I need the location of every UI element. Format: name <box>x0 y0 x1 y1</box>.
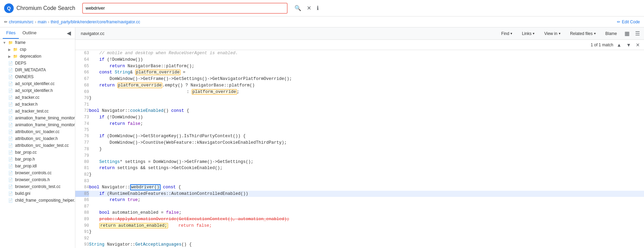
sidebar-item-ad-tracker-h[interactable]: 📄 ad_tracker.h <box>0 101 75 108</box>
sidebar-item-child-frame-cc[interactable]: 📄 child_frame_compositing_helper.cc <box>0 197 75 204</box>
line-number: 64 <box>75 57 89 63</box>
sidebar-item-browser-controls-test-cc[interactable]: 📄 browser_controls_test.cc <box>0 183 75 190</box>
breadcrumb-chromium[interactable]: chromium/src <box>9 20 34 24</box>
line-number: 73 <box>75 114 89 121</box>
sidebar-item-browser-controls-h[interactable]: 📄 browser_controls.h <box>0 176 75 183</box>
sidebar-item-bar-prop-h[interactable]: 📄 bar_prop.h <box>0 156 75 163</box>
breadcrumb: ✏ chromium/src › main › third_party/blin… <box>0 16 644 27</box>
line-code: DomWindow()->GetFrame()->GetSettings()->… <box>89 76 644 82</box>
line-number: 82 <box>75 172 89 178</box>
line-number: 65 <box>75 63 89 70</box>
sidebar-item-build-gni[interactable]: 📄 build.gni <box>0 190 75 197</box>
sidebar-item-owners[interactable]: 📄 OWNERS <box>0 73 75 80</box>
line-code: return automation_enabled; return false; <box>89 223 644 229</box>
line-number: 75 <box>75 127 89 133</box>
line-code: DomWindow()->CountUse(WebFeature::kNavig… <box>89 140 644 146</box>
table-row: 74 return false; <box>75 121 644 127</box>
line-code <box>89 178 644 184</box>
view-in-button[interactable]: View in ▾ <box>541 30 564 37</box>
links-button[interactable]: Links ▾ <box>518 30 538 37</box>
line-code <box>89 203 644 210</box>
sidebar-item-frame[interactable]: ▼ 📁 frame <box>0 39 75 46</box>
sidebar-toggle[interactable]: ◀ <box>65 28 72 38</box>
content-header: navigator.cc Find ▾ Links ▾ View in ▾ Re… <box>75 27 644 40</box>
diff-view-button[interactable]: ▦ <box>623 29 631 38</box>
match-count: 1 of 1 match <box>591 43 613 47</box>
table-row: 75 <box>75 127 644 133</box>
table-row: 67 DomWindow()->GetFrame()->GetSettings(… <box>75 76 644 82</box>
sidebar-item-browser-controls-cc[interactable]: 📄 browser_controls.cc <box>0 169 75 176</box>
find-button[interactable]: Find ▾ <box>498 30 516 37</box>
expand-arrow-icon: ▼ <box>3 41 6 45</box>
top-bar: Q Chromium Code Search 🔍 ✕ ℹ <box>0 0 644 16</box>
sidebar-item-ad-tracker-cc[interactable]: 📄 ad_tracker.cc <box>0 94 75 101</box>
app-logo: Q Chromium Code Search <box>4 3 79 13</box>
tab-files[interactable]: Files <box>3 27 19 39</box>
table-row: 64 if (!DomWindow()) <box>75 57 644 63</box>
table-row: 84 bool Navigator::webdriver() const { <box>75 184 644 191</box>
sidebar-item-attr-loader-test-cc[interactable]: 📄 attribution_src_loader_test.cc <box>0 142 75 149</box>
line-number: 83 <box>75 178 89 184</box>
file-icon: 📄 <box>8 157 13 162</box>
sidebar-item-attr-loader-cc[interactable]: 📄 attribution_src_loader.cc <box>0 128 75 135</box>
sidebar-item-csp[interactable]: ▶ 📁 csp <box>0 46 75 53</box>
sidebar-item-dir-metadata[interactable]: 📄 DIR_METADATA <box>0 67 75 73</box>
table-row: 85 if (RuntimeEnabledFeatures::Automatio… <box>75 191 644 197</box>
sidebar-item-deprecation[interactable]: ▶ 📁 deprecation <box>0 53 75 60</box>
chevron-down-icon: ▾ <box>533 32 534 35</box>
clear-search-button[interactable]: ✕ <box>305 3 313 13</box>
info-button[interactable]: ℹ <box>315 3 320 13</box>
file-icon: 📄 <box>8 185 13 189</box>
line-code: if (RuntimeEnabledFeatures::AutomationCo… <box>89 191 644 197</box>
file-icon: 📄 <box>8 178 13 182</box>
table-row: 88 bool automation_enabled = false; <box>75 210 644 216</box>
sidebar-item-ad-script-identifier-h[interactable]: 📄 ad_script_identifier.h <box>0 87 75 94</box>
related-files-button[interactable]: Related files ▾ <box>567 30 599 37</box>
split-view-button[interactable]: ☰ <box>634 29 641 38</box>
table-row: 92 <box>75 235 644 241</box>
sidebar-item-anim-cc[interactable]: 📄 animation_frame_timing_monitor.cc <box>0 115 75 121</box>
sidebar-item-attr-loader-h[interactable]: 📄 attribution_src_loader.h <box>0 135 75 142</box>
file-icon: 📄 <box>8 130 13 134</box>
prev-match-button[interactable]: ▲ <box>615 42 623 48</box>
search-input[interactable] <box>82 3 288 14</box>
file-icon: 📄 <box>8 109 13 114</box>
table-row: 90 return automation_enabled; return fal… <box>75 223 644 229</box>
table-row: 69 : platform_override; <box>75 89 644 95</box>
line-code: } <box>89 146 644 153</box>
edit-code-button[interactable]: ✏ Edit Code <box>617 20 640 24</box>
line-code: return settings && settings->GetCookieEn… <box>89 165 644 172</box>
breadcrumb-branch[interactable]: main <box>38 20 47 24</box>
line-number: 66 <box>75 69 89 76</box>
line-number: 92 <box>75 235 89 241</box>
line-number: 74 <box>75 121 89 127</box>
table-row: 71 <box>75 102 644 108</box>
sidebar-item-bar-prop-cc[interactable]: 📄 bar_prop.cc <box>0 149 75 156</box>
file-icon: 📄 <box>8 82 13 86</box>
folder-icon: 📁 <box>8 40 13 45</box>
line-number: 91 <box>75 229 89 235</box>
search-button[interactable]: 🔍 <box>293 3 303 13</box>
sidebar-item-anim-h[interactable]: 📄 animation_frame_timing_monitor.h <box>0 121 75 128</box>
line-number: 77 <box>75 140 89 146</box>
line-number: 78 <box>75 146 89 153</box>
sidebar-item-ad-script-identifier-cc[interactable]: 📄 ad_script_identifier.cc <box>0 80 75 87</box>
table-row: 89 probe::ApplyAutomationOverride(GetExe… <box>75 216 644 223</box>
expand-arrow-icon: ▶ <box>8 55 11 58</box>
close-match-bar-button[interactable]: ✕ <box>634 42 641 48</box>
file-icon: 📄 <box>8 171 13 175</box>
line-number: 81 <box>75 165 89 172</box>
table-row: 73 if (!DomWindow()) <box>75 114 644 121</box>
line-code: : platform_override; <box>89 89 644 95</box>
sidebar-item-deps[interactable]: 📄 DEPS <box>0 60 75 67</box>
line-code: return true; <box>89 197 644 203</box>
next-match-button[interactable]: ▼ <box>625 42 632 48</box>
sidebar-item-bar-prop-idl[interactable]: 📄 bar_prop.idl <box>0 163 75 169</box>
code-area[interactable]: 63 // mobile and desktop when ReduceUser… <box>75 50 644 248</box>
sidebar-item-ad-tracker-test-cc[interactable]: 📄 ad_tracker_test.cc <box>0 108 75 115</box>
blame-button[interactable]: Blame <box>602 30 620 37</box>
table-row: 81 return settings && settings->GetCooki… <box>75 165 644 172</box>
file-icon: 📄 <box>8 123 13 127</box>
tab-outline[interactable]: Outline <box>19 27 40 39</box>
breadcrumb-path[interactable]: third_party/blink/renderer/core/frame/na… <box>51 20 140 24</box>
